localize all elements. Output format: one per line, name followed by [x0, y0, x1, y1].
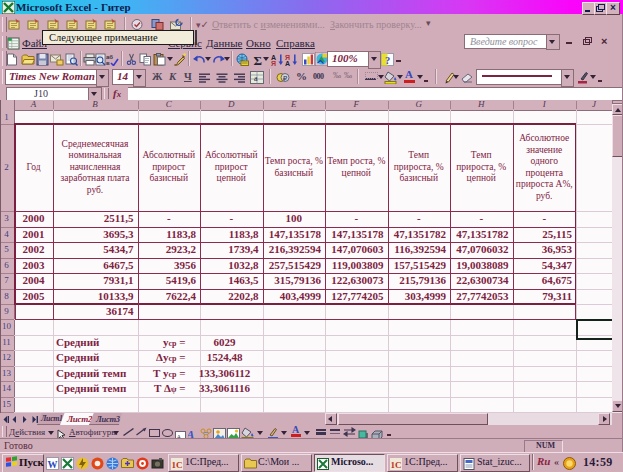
- svg-text:W: W: [48, 459, 58, 470]
- svg-text:1С: 1С: [391, 460, 402, 470]
- svg-text:1С: 1С: [172, 460, 183, 470]
